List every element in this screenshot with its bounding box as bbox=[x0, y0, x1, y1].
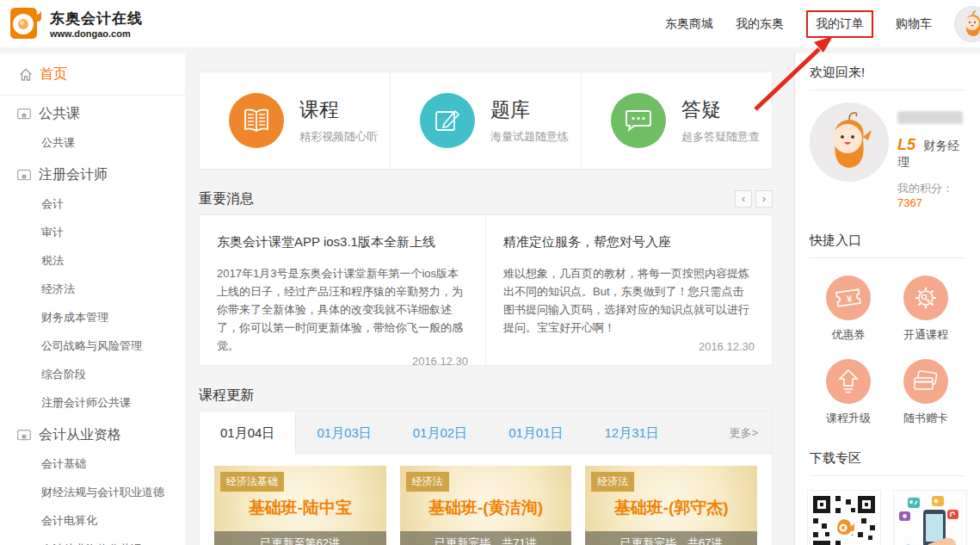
qr-code bbox=[807, 490, 881, 545]
sidebar-item-regulations-ethics[interactable]: 财经法规与会计职业道德 bbox=[0, 478, 185, 506]
upgrade-arrow-icon bbox=[826, 359, 871, 404]
course-status: 已更新完毕，共71讲 bbox=[400, 531, 572, 545]
course-badge: 经济法基础 bbox=[220, 472, 284, 492]
sidebar-section-label: 会计从业资格 bbox=[39, 426, 121, 444]
next-arrow-button[interactable]: › bbox=[755, 190, 773, 207]
download-row: 关注微信公众号 bbox=[810, 490, 965, 545]
quick-entry-gift-card[interactable]: 随书赠卡 bbox=[887, 350, 965, 434]
course-category-icon bbox=[17, 430, 31, 442]
more-link[interactable]: 更多> bbox=[729, 425, 772, 441]
user-level: L5 bbox=[897, 136, 915, 153]
feature-courses[interactable]: 课程 精彩视频随心听 bbox=[200, 72, 390, 169]
logo[interactable]: 东奥会计在线 www.dongao.com bbox=[9, 6, 143, 40]
tab-date-0101[interactable]: 01月01日 bbox=[488, 412, 583, 455]
news-pager: ‹ › bbox=[735, 190, 773, 207]
course-card-list: 经济法基础 基础班-陆中宝 已更新至第62讲 经济法 基础班-(黄洁洵) 已更新… bbox=[200, 455, 772, 545]
feature-shortcuts: 课程 精彩视频随心听 题库 海量试题随意练 答疑 超多答疑随意查 bbox=[199, 71, 773, 170]
nav-dongao-mall[interactable]: 东奥商城 bbox=[665, 16, 713, 32]
news-section-title: 重要消息 bbox=[199, 190, 254, 208]
course-card[interactable]: 经济法 基础班-(黄洁洵) 已更新完毕，共71讲 bbox=[400, 466, 572, 545]
feature-subtitle: 精彩视频随心听 bbox=[299, 129, 378, 145]
download-title: 下载专区 bbox=[810, 439, 965, 476]
main-content: 课程 精彩视频随心听 题库 海量试题随意练 答疑 超多答疑随意查 重要消息 bbox=[199, 71, 773, 545]
tab-date-1231[interactable]: 12月31日 bbox=[584, 412, 680, 455]
points-value: 7367 bbox=[897, 196, 922, 209]
news-body: 2017年1月3号是东奥会计课堂新年第一个ios版本上线的日子，经过产品汪和程序… bbox=[217, 264, 468, 355]
news-date: 2016.12.30 bbox=[217, 355, 468, 368]
user-avatar-small[interactable] bbox=[954, 6, 980, 42]
nav-my-dongao[interactable]: 我的东奥 bbox=[736, 16, 784, 32]
sidebar-item-home[interactable]: 首页 bbox=[0, 53, 185, 96]
app-download-item[interactable]: APP下载 bbox=[893, 490, 967, 545]
sidebar-item-tax-law[interactable]: 税法 bbox=[0, 246, 185, 275]
feature-question-bank[interactable]: 题库 海量试题随意练 bbox=[390, 72, 581, 169]
sidebar-item-accounting[interactable]: 会计 bbox=[0, 189, 185, 218]
logo-icon bbox=[9, 6, 43, 40]
course-title: 基础班-(郭守杰) bbox=[585, 497, 757, 519]
sidebar-item-accounting-basics[interactable]: 会计基础 bbox=[0, 449, 185, 478]
pencil-icon bbox=[420, 93, 475, 148]
logo-title: 东奥会计在线 bbox=[50, 9, 143, 28]
course-badge: 经济法 bbox=[406, 472, 449, 492]
nav-cart[interactable]: 购物车 bbox=[896, 16, 932, 32]
chat-icon bbox=[611, 93, 666, 148]
news-body: 难以想象，几百页的教材，将每一页按照内容提炼出不同的知识点。But，东奥做到了！… bbox=[503, 264, 755, 337]
sidebar-section-public[interactable]: 公共课 bbox=[0, 96, 185, 128]
cards-icon bbox=[903, 359, 948, 404]
course-card[interactable]: 经济法基础 基础班-陆中宝 已更新至第62讲 bbox=[214, 466, 386, 545]
right-sidebar: 欢迎回来! L5 财务经理 我的积分：7367 快 bbox=[794, 53, 980, 545]
course-status: 已更新完毕，共67讲 bbox=[585, 531, 757, 545]
sidebar-item-qualification-public[interactable]: 会计从业资格公共课 bbox=[0, 535, 185, 545]
feature-title: 题库 bbox=[490, 96, 569, 123]
tab-date-0104[interactable]: 01月04日 bbox=[200, 412, 296, 455]
feature-subtitle: 海量试题随意练 bbox=[490, 129, 569, 145]
course-card[interactable]: 经济法 基础班-(郭守杰) 已更新完毕，共67讲 bbox=[585, 466, 757, 545]
logo-text: 东奥会计在线 www.dongao.com bbox=[50, 9, 143, 39]
date-tabs: 01月04日 01月03日 01月02日 01月01日 12月31日 更多> bbox=[200, 412, 772, 455]
nav-my-orders[interactable]: 我的订单 bbox=[806, 10, 873, 38]
sidebar-item-comprehensive[interactable]: 综合阶段 bbox=[0, 360, 185, 388]
book-icon bbox=[229, 93, 284, 148]
quick-entry-activate-course[interactable]: 开通课程 bbox=[887, 267, 965, 350]
tab-date-0103[interactable]: 01月03日 bbox=[296, 412, 391, 455]
quick-entry-title: 快捷入口 bbox=[810, 221, 965, 258]
quick-entry-coupons[interactable]: ¥ 优惠券 bbox=[810, 267, 887, 350]
wechat-qr-item[interactable]: 关注微信公众号 bbox=[807, 490, 881, 545]
coupon-icon: ¥ bbox=[826, 276, 871, 320]
points-label: 我的积分： bbox=[897, 182, 953, 195]
course-category-icon bbox=[17, 108, 31, 121]
sidebar-item-economic-law[interactable]: 经济法 bbox=[0, 275, 185, 303]
feature-subtitle: 超多答疑随意查 bbox=[681, 129, 760, 145]
sidebar-item-strategy-risk[interactable]: 公司战略与风险管理 bbox=[0, 331, 185, 360]
sidebar-item-cpa-public[interactable]: 注册会计师公共课 bbox=[0, 388, 185, 417]
course-badge: 经济法 bbox=[591, 472, 634, 492]
sidebar-item-financial-mgmt[interactable]: 财务成本管理 bbox=[0, 303, 185, 331]
welcome-title: 欢迎回来! bbox=[810, 53, 965, 90]
course-title: 基础班-(黄洁洵) bbox=[400, 497, 572, 519]
sidebar-section-cpa[interactable]: 注册会计师 bbox=[0, 157, 185, 189]
sidebar-section-label: 公共课 bbox=[39, 105, 80, 123]
feature-qa[interactable]: 答疑 超多答疑随意查 bbox=[581, 72, 772, 169]
svg-text:¥: ¥ bbox=[846, 293, 854, 304]
news-item[interactable]: 东奥会计课堂APP ios3.1版本全新上线 2017年1月3号是东奥会计课堂新… bbox=[200, 215, 485, 365]
username-redacted bbox=[897, 111, 963, 124]
quick-entry-upgrade[interactable]: 课程升级 bbox=[810, 350, 887, 434]
news-panel: 东奥会计课堂APP ios3.1版本全新上线 2017年1月3号是东奥会计课堂新… bbox=[199, 214, 773, 366]
course-status: 已更新至第62讲 bbox=[214, 531, 386, 545]
user-profile: L5 财务经理 我的积分：7367 bbox=[810, 102, 965, 209]
sidebar-section-qualification[interactable]: 会计从业资格 bbox=[0, 417, 185, 449]
course-category-icon bbox=[17, 170, 31, 182]
sidebar-home-label: 首页 bbox=[40, 65, 67, 84]
sidebar-item-public-sub[interactable]: 公共课 bbox=[0, 128, 185, 157]
gear-key-icon bbox=[903, 276, 948, 320]
news-title: 精准定位服务，帮您对号入座 bbox=[503, 234, 755, 251]
home-icon bbox=[19, 68, 33, 82]
prev-arrow-button[interactable]: ‹ bbox=[735, 190, 752, 207]
header-nav: 东奥商城 我的东奥 我的订单 购物车 bbox=[665, 0, 971, 47]
sidebar-item-audit[interactable]: 审计 bbox=[0, 218, 185, 246]
sidebar-item-computerized[interactable]: 会计电算化 bbox=[0, 506, 185, 535]
news-item[interactable]: 精准定位服务，帮您对号入座 难以想象，几百页的教材，将每一页按照内容提炼出不同的… bbox=[485, 215, 772, 365]
user-avatar-large[interactable] bbox=[810, 102, 889, 182]
tab-date-0102[interactable]: 01月02日 bbox=[392, 412, 488, 455]
feature-title: 答疑 bbox=[681, 96, 760, 123]
